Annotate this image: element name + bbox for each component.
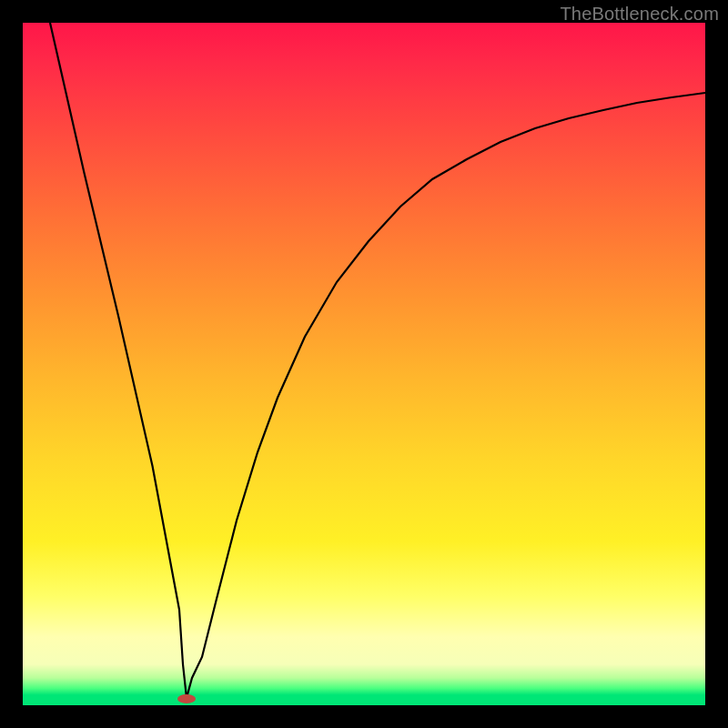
minimum-marker (177, 694, 196, 703)
bottleneck-curve (50, 23, 705, 698)
chart-container: TheBottleneck.com (0, 0, 728, 728)
watermark-text: TheBottleneck.com (560, 4, 719, 25)
curve-layer (23, 23, 705, 705)
